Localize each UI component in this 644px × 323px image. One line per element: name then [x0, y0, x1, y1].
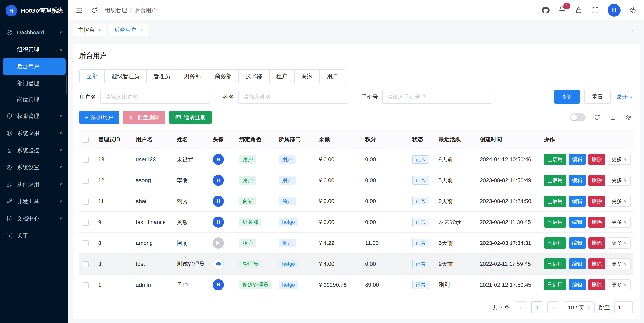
next-page-button[interactable]: › [548, 301, 559, 313]
edit-button[interactable]: 编辑 [569, 279, 586, 290]
table-toggle-switch[interactable] [570, 114, 586, 121]
row-checkbox[interactable] [83, 261, 89, 267]
reset-button[interactable]: 重置 [584, 90, 610, 104]
expand-filters-link[interactable]: 展开∨ [616, 93, 633, 101]
current-page-button[interactable]: 1 [531, 301, 543, 313]
sidebar-item-system-apps[interactable]: 系统应用∨ [0, 125, 68, 142]
sidebar-item-system-settings[interactable]: 系统设置∨ [0, 159, 68, 176]
search-button[interactable]: 查询 [554, 90, 580, 104]
edit-button[interactable]: 编辑 [569, 154, 586, 165]
invite-register-button[interactable]: 邀请注册 [169, 111, 212, 124]
settings-gear-icon[interactable] [629, 6, 637, 15]
sidebar-item-permissions[interactable]: 权限管理∨ [0, 108, 68, 125]
column-settings-icon[interactable] [624, 113, 633, 122]
row-checkbox[interactable] [83, 178, 89, 184]
sidebar-subitem[interactable]: 后台用户 [2, 59, 66, 75]
filter-input-0[interactable] [100, 90, 210, 104]
more-button[interactable]: 更多 ∨ [608, 279, 631, 290]
sidebar-item-dev-tools[interactable]: 开发工具∨ [0, 193, 68, 210]
page-size-select[interactable]: 10 / 页∨ [564, 301, 594, 313]
delete-button[interactable]: 删除 [588, 216, 606, 228]
edit-button[interactable]: 编辑 [569, 237, 586, 248]
row-checkbox[interactable] [83, 240, 89, 246]
row-density-icon[interactable] [608, 113, 617, 122]
sidebar-subitem-label: 部门管理 [17, 80, 39, 87]
close-tab-icon[interactable]: × [140, 27, 143, 33]
cell-admin-id: 12 [95, 170, 132, 191]
prev-page-button[interactable]: ‹ [515, 301, 527, 313]
delete-button[interactable]: 删除 [588, 237, 606, 248]
more-button[interactable]: 更多 ∨ [608, 154, 631, 165]
enabled-button[interactable]: 已启用 [544, 196, 566, 207]
cell-created-time: 2021-02-12 17:59:45 [476, 274, 540, 295]
role-tab[interactable]: 管理员 [146, 69, 178, 83]
enabled-button[interactable]: 已启用 [544, 258, 566, 269]
breadcrumb-item[interactable]: 后台用户 [134, 7, 157, 14]
row-checkbox[interactable] [83, 219, 89, 225]
user-avatar[interactable]: H [608, 4, 620, 17]
role-tab[interactable]: 商家 [294, 69, 320, 83]
fullscreen-icon[interactable] [591, 6, 600, 15]
notifications-button[interactable]: 1 [558, 6, 566, 15]
tabs-overflow-button[interactable]: ∨ [625, 24, 640, 36]
sidebar-item-doc-center[interactable]: 文档中心∨ [0, 210, 68, 227]
edit-button[interactable]: 编辑 [569, 216, 586, 228]
delete-button[interactable]: 删除 [588, 175, 606, 186]
edit-button[interactable]: 编辑 [569, 196, 586, 207]
select-all-checkbox[interactable] [83, 137, 89, 143]
app-logo[interactable]: H HotGo管理系统 [0, 0, 68, 21]
enabled-button[interactable]: 已启用 [544, 175, 566, 186]
enabled-button[interactable]: 已启用 [544, 279, 566, 290]
sidebar-subitem[interactable]: 岗位管理 [0, 91, 68, 108]
row-checkbox[interactable] [83, 282, 89, 288]
sidebar-item-dashboard[interactable]: Dashboard∨ [0, 24, 68, 41]
role-tab[interactable]: 全部 [79, 69, 105, 83]
role-tab[interactable]: 超级管理员 [104, 69, 147, 83]
enabled-button[interactable]: 已启用 [544, 154, 566, 165]
sidebar-item-system-monitor[interactable]: 系统监控∨ [0, 142, 68, 159]
more-button[interactable]: 更多 ∨ [608, 216, 631, 228]
role-tab[interactable]: 用户 [320, 69, 345, 83]
row-checkbox[interactable] [83, 157, 89, 163]
enabled-button[interactable]: 已启用 [544, 237, 566, 248]
add-user-button[interactable]: +添加用户 [79, 111, 119, 124]
delete-button[interactable]: 删除 [588, 258, 606, 269]
delete-button[interactable]: 删除 [588, 154, 606, 165]
page-tab[interactable]: 主控台× [73, 24, 106, 36]
role-tab[interactable]: 商务部 [208, 69, 239, 83]
sidebar-item-plugins[interactable]: 插件应用∨ [0, 176, 68, 193]
cell-created-time: 2023-08-02 14:24:50 [476, 191, 540, 212]
delete-button[interactable]: 删除 [588, 279, 606, 290]
sidebar-item-label: 组织管理 [17, 46, 39, 53]
filter-input-1[interactable] [238, 90, 348, 104]
more-button[interactable]: 更多 ∨ [608, 175, 631, 186]
sidebar-subitem[interactable]: 部门管理 [0, 75, 68, 91]
reload-table-icon[interactable] [593, 113, 601, 122]
edit-button[interactable]: 编辑 [569, 258, 586, 269]
cell-name: 测试管理员 [173, 253, 210, 274]
breadcrumb-item[interactable]: 组织管理 [105, 7, 127, 14]
filter-input-2[interactable] [382, 90, 492, 104]
more-button[interactable]: 更多 ∨ [608, 258, 631, 269]
refresh-page-icon[interactable] [90, 6, 98, 15]
row-checkbox[interactable] [83, 199, 89, 205]
github-icon[interactable] [541, 6, 550, 15]
role-tab[interactable]: 财务部 [177, 69, 208, 83]
close-tab-icon[interactable]: × [98, 27, 101, 33]
more-button[interactable]: 更多 ∨ [608, 237, 631, 248]
delete-button[interactable]: 删除 [588, 196, 606, 207]
enabled-button[interactable]: 已启用 [544, 216, 566, 228]
role-tab[interactable]: 技术部 [238, 69, 270, 83]
edit-button[interactable]: 编辑 [569, 175, 586, 186]
page-tab[interactable]: 后台用户× [110, 24, 148, 36]
role-tab[interactable]: 租户 [269, 69, 295, 83]
sidebar-scrollbar[interactable] [66, 75, 68, 94]
jump-page-input[interactable] [614, 301, 633, 313]
more-button[interactable]: 更多 ∨ [608, 196, 631, 207]
batch-delete-button[interactable]: 批量删除 [123, 111, 165, 124]
lock-screen-icon[interactable] [574, 6, 583, 15]
collapse-sidebar-icon[interactable] [75, 6, 84, 15]
cell-created-time: 2024-04-12 10:50:46 [476, 149, 540, 170]
sidebar-item-about[interactable]: 关于 [0, 227, 68, 244]
sidebar-item-organization[interactable]: 组织管理∧ [0, 41, 68, 58]
